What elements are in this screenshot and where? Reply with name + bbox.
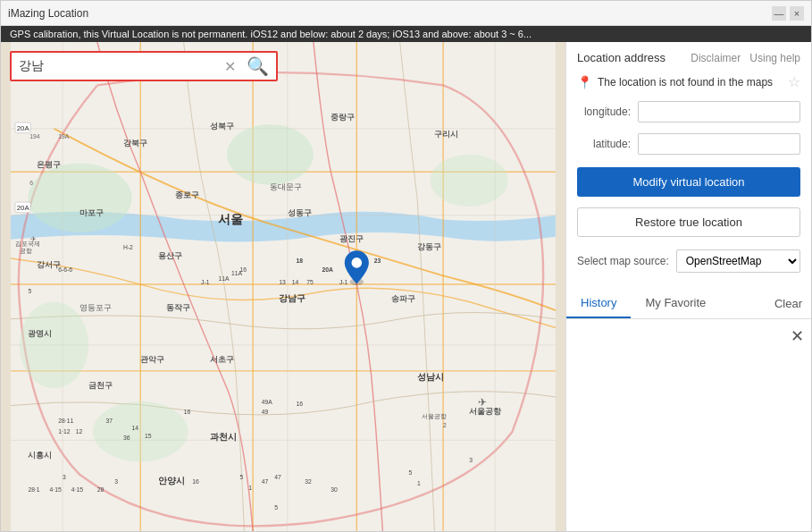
close-button[interactable]: × bbox=[790, 6, 804, 21]
pin-icon: 📍 bbox=[577, 75, 592, 89]
right-panel: Location address Disclaimer Using help 📍… bbox=[565, 42, 811, 531]
map-svg: 은평구 강북구 성북구 중랑구 구리시 마포구 종로구 동대문구 서울 성동구 … bbox=[1, 42, 565, 531]
svg-text:광명시: 광명시 bbox=[28, 329, 52, 338]
latitude-input[interactable] bbox=[638, 133, 800, 155]
map-area[interactable]: ✕ 🔍 bbox=[1, 42, 565, 531]
svg-text:마포구: 마포구 bbox=[80, 208, 104, 217]
svg-text:강남구: 강남구 bbox=[279, 293, 306, 303]
svg-text:13: 13 bbox=[279, 279, 286, 285]
not-found-text: The location is not found in the maps bbox=[598, 76, 783, 89]
svg-point-18 bbox=[20, 301, 88, 388]
svg-text:194: 194 bbox=[29, 133, 40, 139]
svg-text:서초구: 서초구 bbox=[210, 355, 234, 364]
svg-text:2: 2 bbox=[443, 422, 447, 428]
history-tab[interactable]: History bbox=[566, 289, 631, 318]
longitude-label: longitude: bbox=[577, 106, 631, 118]
svg-text:강북구: 강북구 bbox=[123, 139, 147, 148]
svg-text:30: 30 bbox=[331, 486, 338, 493]
map-source-row: Select map source: OpenStreetMap Google … bbox=[577, 249, 800, 273]
svg-text:동작구: 동작구 bbox=[166, 303, 190, 312]
star-icon[interactable]: ☆ bbox=[788, 73, 800, 90]
svg-text:강서구: 강서구 bbox=[37, 260, 61, 269]
svg-text:47: 47 bbox=[262, 478, 269, 485]
svg-text:✈: ✈ bbox=[478, 396, 487, 408]
svg-text:20A: 20A bbox=[322, 266, 334, 273]
svg-text:16: 16 bbox=[240, 266, 247, 273]
latitude-row: latitude: bbox=[577, 133, 800, 155]
disclaimer-link[interactable]: Disclaimer bbox=[691, 52, 741, 64]
svg-text:시흥시: 시흥시 bbox=[28, 451, 52, 460]
title-bar: iMazing Location — × bbox=[1, 1, 811, 26]
using-help-link[interactable]: Using help bbox=[749, 52, 800, 64]
svg-text:37: 37 bbox=[106, 418, 113, 424]
svg-text:안양시: 안양시 bbox=[158, 476, 185, 486]
svg-rect-0 bbox=[11, 42, 556, 531]
svg-text:중랑구: 중랑구 bbox=[331, 113, 355, 122]
title-bar-controls: — × bbox=[772, 6, 804, 21]
svg-text:은평구: 은평구 bbox=[37, 160, 61, 169]
clear-button[interactable]: Clear bbox=[766, 289, 811, 318]
svg-text:6-6-6: 6-6-6 bbox=[58, 266, 72, 273]
svg-text:3: 3 bbox=[63, 474, 66, 480]
svg-text:동대문구: 동대문구 bbox=[270, 182, 302, 191]
minimize-button[interactable]: — bbox=[772, 6, 786, 21]
svg-text:5: 5 bbox=[274, 504, 278, 511]
svg-text:구리시: 구리시 bbox=[434, 130, 458, 139]
svg-text:18: 18 bbox=[297, 258, 304, 264]
history-tabs: History My Favorite Clear bbox=[566, 289, 811, 319]
svg-text:영등포구: 영등포구 bbox=[80, 303, 112, 312]
svg-text:14: 14 bbox=[292, 279, 299, 285]
svg-text:16: 16 bbox=[184, 409, 191, 415]
svg-text:송파구: 송파구 bbox=[391, 294, 415, 303]
svg-text:광진구: 광진구 bbox=[339, 234, 364, 243]
svg-text:23: 23 bbox=[374, 258, 381, 264]
svg-point-17 bbox=[431, 155, 508, 207]
svg-text:14: 14 bbox=[132, 425, 139, 431]
svg-text:16: 16 bbox=[192, 478, 199, 485]
restore-true-location-button[interactable]: Restore true location bbox=[577, 207, 800, 237]
svg-text:3: 3 bbox=[114, 478, 118, 485]
svg-text:19A: 19A bbox=[58, 133, 70, 139]
notification-bar: GPS calibration, this Virtual Location i… bbox=[1, 26, 811, 42]
location-address-label: Location address bbox=[577, 51, 666, 64]
not-found-row: 📍 The location is not found in the maps … bbox=[577, 73, 800, 90]
svg-text:관악구: 관악구 bbox=[140, 355, 164, 364]
search-button[interactable]: 🔍 bbox=[239, 52, 276, 80]
svg-text:H-2: H-2 bbox=[123, 244, 133, 250]
longitude-input[interactable] bbox=[638, 101, 800, 122]
svg-text:강동구: 강동구 bbox=[417, 242, 441, 251]
map-source-select[interactable]: OpenStreetMap Google Maps Apple Maps bbox=[676, 249, 800, 273]
svg-text:J-1: J-1 bbox=[201, 279, 210, 285]
modify-virtual-location-button[interactable]: Modify virtual location bbox=[577, 167, 800, 197]
svg-text:종로구: 종로구 bbox=[175, 190, 199, 199]
history-content: ✕ bbox=[566, 319, 811, 531]
svg-text:28: 28 bbox=[97, 486, 105, 493]
svg-text:성남시: 성남시 bbox=[417, 372, 444, 382]
svg-text:5: 5 bbox=[408, 469, 412, 476]
svg-text:용산구: 용산구 bbox=[158, 251, 182, 260]
main-content: ✕ 🔍 bbox=[1, 42, 811, 531]
svg-point-19 bbox=[93, 401, 188, 462]
svg-text:5: 5 bbox=[28, 288, 31, 294]
svg-text:김포국제: 김포국제 bbox=[15, 241, 40, 248]
svg-text:12: 12 bbox=[76, 428, 83, 435]
clear-search-button[interactable]: ✕ bbox=[221, 55, 239, 79]
svg-text:49: 49 bbox=[262, 409, 269, 415]
svg-text:3: 3 bbox=[469, 457, 473, 463]
search-input[interactable] bbox=[12, 59, 221, 73]
svg-text:75: 75 bbox=[306, 279, 314, 285]
latitude-label: latitude: bbox=[577, 138, 631, 150]
svg-text:20A: 20A bbox=[17, 124, 30, 132]
svg-point-15 bbox=[28, 164, 131, 232]
svg-text:4·15: 4·15 bbox=[50, 486, 62, 493]
svg-point-16 bbox=[227, 124, 314, 185]
svg-text:공항: 공항 bbox=[20, 248, 32, 255]
my-favorite-tab[interactable]: My Favorite bbox=[631, 289, 720, 318]
map-source-label: Select map source: bbox=[577, 255, 669, 267]
svg-text:20A: 20A bbox=[17, 204, 30, 212]
svg-text:49A: 49A bbox=[262, 399, 273, 405]
svg-text:16: 16 bbox=[297, 401, 304, 407]
svg-text:과천시: 과천시 bbox=[210, 432, 237, 442]
svg-text:6: 6 bbox=[29, 180, 33, 186]
close-history-button[interactable]: ✕ bbox=[791, 326, 804, 346]
